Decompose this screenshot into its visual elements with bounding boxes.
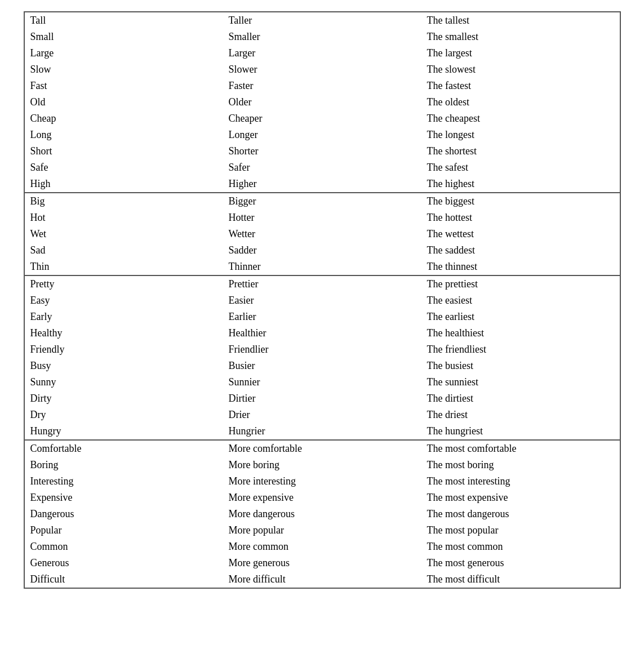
superlative-form: The oldest: [421, 94, 620, 110]
superlative-form: The most generous: [421, 555, 620, 571]
base-form: Old: [25, 94, 223, 110]
base-form: Short: [25, 143, 223, 159]
comparative-form: More comfortable: [223, 440, 421, 457]
comparative-form: Friendlier: [223, 341, 421, 358]
superlative-form: The wettest: [421, 226, 620, 242]
comparative-form: Healthier: [223, 325, 421, 341]
base-form: Sunny: [25, 374, 223, 390]
superlative-form: The hottest: [421, 210, 620, 226]
base-form: Healthy: [25, 325, 223, 341]
superlative-form: The easiest: [421, 292, 620, 309]
base-form: Tall: [25, 12, 223, 29]
superlative-form: The most interesting: [421, 473, 620, 490]
base-form: Expensive: [25, 490, 223, 506]
base-form: Thin: [25, 259, 223, 275]
superlative-form: The most popular: [421, 522, 620, 539]
comparative-form: More expensive: [223, 490, 421, 506]
superlative-form: The most difficult: [421, 571, 620, 588]
comparative-form: Older: [223, 94, 421, 110]
comparative-form: More generous: [223, 555, 421, 571]
comparative-form: Drier: [223, 407, 421, 423]
superlative-form: The most dangerous: [421, 506, 620, 522]
base-form: High: [25, 176, 223, 193]
comparative-form: Wetter: [223, 226, 421, 242]
comparative-form: Slower: [223, 61, 421, 78]
comparative-form: More difficult: [223, 571, 421, 588]
superlative-form: The earliest: [421, 309, 620, 325]
superlative-form: The healthiest: [421, 325, 620, 341]
base-form: Wet: [25, 226, 223, 242]
superlative-form: The shortest: [421, 143, 620, 159]
base-form: Early: [25, 309, 223, 325]
comparative-form: More boring: [223, 457, 421, 473]
superlative-form: The longest: [421, 127, 620, 143]
superlative-form: The slowest: [421, 61, 620, 78]
comparative-form: More common: [223, 539, 421, 555]
base-form: Long: [25, 127, 223, 143]
base-form: Interesting: [25, 473, 223, 490]
base-form: Big: [25, 193, 223, 210]
base-form: Boring: [25, 457, 223, 473]
superlative-form: The smallest: [421, 29, 620, 45]
comparative-form: Cheaper: [223, 110, 421, 127]
comparative-form: Longer: [223, 127, 421, 143]
superlative-form: The busiest: [421, 358, 620, 374]
comparative-form: Earlier: [223, 309, 421, 325]
base-form: Sad: [25, 242, 223, 259]
comparative-form: Hotter: [223, 210, 421, 226]
base-form: Hot: [25, 210, 223, 226]
base-form: Cheap: [25, 110, 223, 127]
comparative-form: Shorter: [223, 143, 421, 159]
superlative-form: The most expensive: [421, 490, 620, 506]
superlative-form: The saddest: [421, 242, 620, 259]
base-form: Fast: [25, 78, 223, 94]
comparative-form: Sunnier: [223, 374, 421, 390]
base-form: Difficult: [25, 571, 223, 588]
superlative-form: The fastest: [421, 78, 620, 94]
superlative-form: The highest: [421, 176, 620, 193]
superlative-form: The most boring: [421, 457, 620, 473]
base-form: Dangerous: [25, 506, 223, 522]
superlative-form: The hungriest: [421, 423, 620, 440]
comparative-form: Sadder: [223, 242, 421, 259]
comparative-form: Dirtier: [223, 390, 421, 407]
comparative-form: Higher: [223, 176, 421, 193]
comparative-form: Larger: [223, 45, 421, 61]
superlative-form: The cheapest: [421, 110, 620, 127]
superlative-form: The dirtiest: [421, 390, 620, 407]
base-form: Popular: [25, 522, 223, 539]
base-form: Hungry: [25, 423, 223, 440]
base-form: Generous: [25, 555, 223, 571]
base-form: Busy: [25, 358, 223, 374]
comparative-form: Busier: [223, 358, 421, 374]
comparative-form: Hungrier: [223, 423, 421, 440]
superlative-form: The most comfortable: [421, 440, 620, 457]
base-form: Dirty: [25, 390, 223, 407]
superlative-form: The most common: [421, 539, 620, 555]
base-form: Safe: [25, 159, 223, 176]
superlative-form: The driest: [421, 407, 620, 423]
superlative-form: The safest: [421, 159, 620, 176]
base-form: Pretty: [25, 275, 223, 292]
comparative-form: More popular: [223, 522, 421, 539]
base-form: Small: [25, 29, 223, 45]
superlative-form: The thinnest: [421, 259, 620, 275]
base-form: Slow: [25, 61, 223, 78]
base-form: Large: [25, 45, 223, 61]
comparative-form: Easier: [223, 292, 421, 309]
comparative-form: Bigger: [223, 193, 421, 210]
superlative-form: The prettiest: [421, 275, 620, 292]
adjective-table: TallTallerThe tallestSmallSmallerThe sma…: [24, 11, 621, 589]
base-form: Friendly: [25, 341, 223, 358]
comparative-form: Thinner: [223, 259, 421, 275]
comparative-form: Taller: [223, 12, 421, 29]
superlative-form: The biggest: [421, 193, 620, 210]
base-form: Common: [25, 539, 223, 555]
comparative-form: More interesting: [223, 473, 421, 490]
superlative-form: The friendliest: [421, 341, 620, 358]
comparative-form: Safer: [223, 159, 421, 176]
superlative-form: The sunniest: [421, 374, 620, 390]
comparative-form: Prettier: [223, 275, 421, 292]
base-form: Dry: [25, 407, 223, 423]
superlative-form: The tallest: [421, 12, 620, 29]
